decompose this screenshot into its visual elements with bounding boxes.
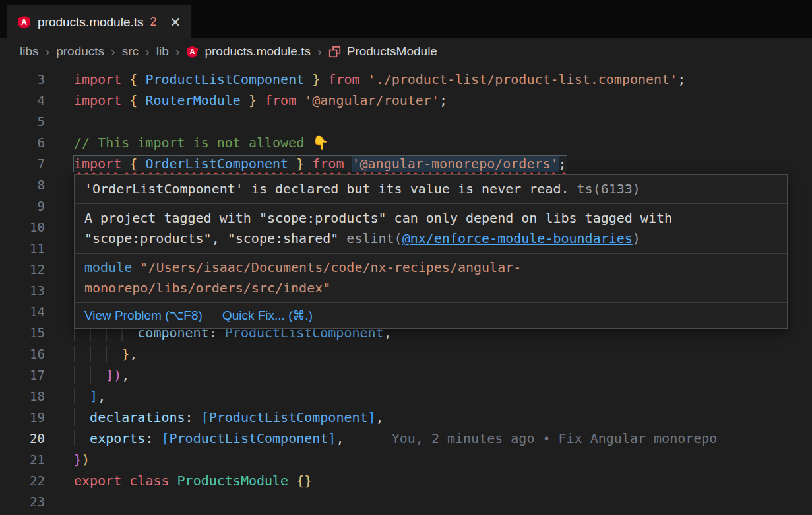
error-statement[interactable]: import { OrderListComponent } from '@ang… (74, 156, 567, 172)
chevron-right-icon: › (110, 44, 116, 59)
code-token: ProductsModule (177, 473, 289, 489)
close-icon[interactable]: ✕ (170, 15, 181, 30)
line-number-19[interactable]: 19 (0, 407, 45, 428)
eslint-source-open: eslint( (346, 230, 402, 246)
editor[interactable]: 34567891011121314151617181920212223 impo… (0, 65, 812, 512)
breadcrumb-item-lib[interactable]: lib (156, 44, 169, 59)
code-token (74, 346, 121, 362)
code-token: ]) (106, 367, 121, 383)
code-line-18[interactable]: ], (74, 386, 717, 407)
diagnostic-hover-popup: 'OrderListComponent' is declared but its… (74, 174, 788, 329)
code-token: , (121, 367, 129, 383)
code-token: ; (559, 156, 567, 172)
line-number-21[interactable]: 21 (0, 449, 45, 470)
line-number-10[interactable]: 10 (0, 217, 45, 238)
code-token (74, 409, 90, 425)
breadcrumb-item-file[interactable]: products.module.ts (204, 44, 311, 59)
code-line-3[interactable]: import { ProductListComponent } from './… (74, 69, 717, 90)
code-token: } (121, 346, 129, 362)
svg-text:A: A (190, 48, 195, 55)
line-number-12[interactable]: 12 (0, 259, 45, 280)
line-number-7[interactable]: 7 (0, 153, 45, 174)
code-token: from (312, 156, 344, 172)
code-token (121, 71, 129, 87)
breadcrumb: libs › products › src › lib › A products… (0, 38, 812, 65)
code-token: from (265, 92, 296, 108)
code-token: '@angular-monorepo/orders' (352, 156, 559, 172)
hover-actions: View Problem (⌥F8) Quick Fix... (⌘.) (75, 303, 787, 328)
module-keyword: module (84, 259, 132, 275)
code-line-23[interactable] (74, 491, 717, 512)
line-number-4[interactable]: 4 (0, 90, 45, 111)
code-token (360, 71, 368, 87)
code-token: '@angular/router' (304, 92, 439, 108)
line-number-3[interactable]: 3 (0, 69, 45, 90)
code-token (137, 156, 145, 172)
chevron-right-icon: › (144, 44, 150, 59)
breadcrumb-item-products[interactable]: products (56, 44, 104, 59)
line-number-13[interactable]: 13 (0, 280, 45, 301)
code-token: { (129, 156, 137, 172)
code-token: [ (201, 409, 209, 425)
code-token: ProductListComponent (170, 430, 328, 446)
line-number-5[interactable]: 5 (0, 111, 45, 132)
line-number-14[interactable]: 14 (0, 301, 45, 322)
code-token (121, 156, 129, 172)
breadcrumb-item-libs[interactable]: libs (20, 44, 39, 59)
code-line-4[interactable]: import { RouterModule } from '@angular/r… (74, 90, 717, 111)
code-line-5[interactable] (74, 111, 717, 132)
module-info: module "/Users/isaac/Documents/code/nx-r… (75, 254, 787, 303)
code-token: : (185, 409, 201, 425)
code-token: OrderListComponent (145, 156, 288, 172)
line-number-15[interactable]: 15 (0, 322, 45, 343)
code-token (74, 430, 90, 446)
code-line-22[interactable]: export class ProductsModule {} (74, 470, 717, 491)
line-number-11[interactable]: 11 (0, 238, 45, 259)
line-number-22[interactable]: 22 (0, 470, 45, 491)
breadcrumb-item-src[interactable]: src (122, 44, 139, 59)
ts-diagnostic-message: 'OrderListComponent' is declared but its… (75, 175, 787, 204)
svg-text:A: A (21, 18, 27, 27)
code-token (296, 92, 304, 108)
code-token: ] (90, 388, 98, 404)
code-line-7[interactable]: import { OrderListComponent } from '@ang… (74, 153, 717, 174)
view-problem-action[interactable]: View Problem (⌥F8) (84, 308, 203, 324)
quick-fix-action[interactable]: Quick Fix... (⌘.) (222, 308, 313, 324)
line-number-16[interactable]: 16 (0, 343, 45, 364)
code-token: declarations (90, 409, 185, 425)
code-token: { (129, 92, 137, 108)
code-token: class (129, 473, 169, 489)
code-line-16[interactable]: }, (74, 343, 717, 364)
tab-problems-badge: 2 (150, 15, 157, 29)
line-number-17[interactable]: 17 (0, 364, 45, 386)
code-token: {} (296, 473, 312, 489)
line-number-23[interactable]: 23 (0, 491, 45, 512)
tab-products-module[interactable]: A products.module.ts 2 ✕ (7, 5, 191, 38)
line-number-8[interactable]: 8 (0, 174, 45, 195)
line-number-18[interactable]: 18 (0, 386, 45, 407)
tab-bar: A products.module.ts 2 ✕ (0, 0, 812, 38)
code-line-21[interactable]: }) (74, 449, 717, 470)
module-path-line2: monorepo/libs/orders/src/index" (84, 280, 330, 296)
code-line-6[interactable]: // This import is not allowed 👇 (74, 132, 717, 153)
line-number-6[interactable]: 6 (0, 132, 45, 153)
code-line-20[interactable]: exports: [ProductListComponent], You, 2 … (74, 428, 717, 449)
code-token: , (336, 430, 344, 446)
eslint-rule-link[interactable]: @nx/enforce-module-boundaries (402, 230, 633, 246)
breadcrumb-item-symbol[interactable]: ProductsModule (347, 44, 437, 59)
code-line-17[interactable]: ]), (74, 364, 717, 386)
code-token (288, 473, 296, 489)
code-token: } (296, 156, 304, 172)
diagnostic-source: ts(6133) (577, 181, 640, 197)
code-token (137, 71, 145, 87)
diagnostic-text-line2: "scope:products", "scope:shared" (84, 230, 338, 246)
code-token: You, 2 minutes ago • Fix Angular monorep… (344, 430, 717, 446)
angular-icon: A (17, 15, 31, 29)
code-token: // This import is not allowed (74, 135, 312, 151)
line-number-9[interactable]: 9 (0, 195, 45, 217)
code-token: , (98, 388, 106, 404)
code-line-19[interactable]: declarations: [ProductListComponent], (74, 407, 717, 428)
code-token: { (129, 71, 137, 87)
diagnostic-text: 'OrderListComponent' is declared but its… (84, 181, 569, 197)
line-number-20[interactable]: 20 (0, 428, 45, 449)
